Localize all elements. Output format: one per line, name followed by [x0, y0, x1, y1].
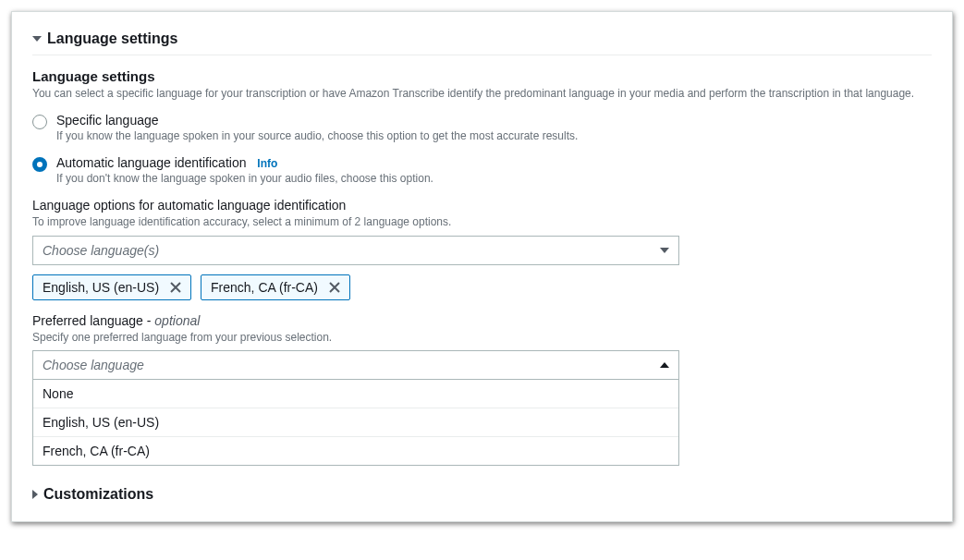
- token-label: French, CA (fr-CA): [211, 280, 318, 295]
- preferred-language-options-list: None English, US (en-US) French, CA (fr-…: [32, 380, 679, 466]
- caret-up-icon: [660, 362, 669, 368]
- selected-language-tokens: English, US (en-US) French, CA (fr-CA): [32, 274, 932, 300]
- language-settings-title: Language settings: [47, 30, 177, 47]
- radio-unselected-icon[interactable]: [32, 115, 47, 129]
- radio-automatic-label-row: Automatic language identification Info: [56, 155, 433, 170]
- preferred-label-optional: optional: [154, 313, 200, 328]
- language-description: You can select a specific language for y…: [32, 86, 932, 102]
- panel-body: Language settings Language settings You …: [12, 12, 952, 521]
- preferred-language-label: Preferred language - optional: [32, 313, 932, 328]
- language-options-select[interactable]: Choose language(s): [32, 236, 679, 265]
- language-options-desc: To improve language identification accur…: [32, 214, 932, 230]
- language-mode-radio-group: Specific language If you know the langua…: [32, 113, 932, 185]
- preferred-language-desc: Specify one preferred language from your…: [32, 330, 932, 346]
- settings-panel: Language settings Language settings You …: [11, 11, 953, 522]
- info-link[interactable]: Info: [257, 157, 277, 170]
- radio-specific-language[interactable]: Specific language If you know the langua…: [32, 113, 932, 142]
- preferred-option-none[interactable]: None: [33, 380, 678, 408]
- preferred-language-placeholder: Choose language: [43, 358, 144, 372]
- language-token-fr-ca[interactable]: French, CA (fr-CA): [201, 274, 350, 300]
- language-options-field: Language options for automatic language …: [32, 198, 932, 300]
- customizations-title: Customizations: [43, 486, 153, 503]
- preferred-label-prefix: Preferred language -: [32, 313, 154, 328]
- caret-down-icon: [32, 36, 42, 42]
- token-label: English, US (en-US): [43, 280, 159, 295]
- customizations-header[interactable]: Customizations: [32, 486, 932, 503]
- preferred-language-field: Preferred language - optional Specify on…: [32, 313, 932, 467]
- radio-specific-label: Specific language: [56, 113, 578, 128]
- preferred-option-en-us[interactable]: English, US (en-US): [33, 408, 678, 437]
- language-token-en-us[interactable]: English, US (en-US): [32, 274, 191, 300]
- radio-automatic-label: Automatic language identification: [56, 155, 246, 170]
- close-icon[interactable]: [168, 280, 183, 295]
- radio-automatic-language[interactable]: Automatic language identification Info I…: [32, 155, 932, 185]
- radio-automatic-content: Automatic language identification Info I…: [56, 155, 433, 185]
- language-settings-header[interactable]: Language settings: [32, 27, 932, 55]
- radio-specific-desc: If you know the language spoken in your …: [56, 129, 578, 142]
- caret-down-icon: [660, 248, 669, 253]
- radio-specific-content: Specific language If you know the langua…: [56, 113, 578, 142]
- radio-selected-icon[interactable]: [32, 157, 47, 172]
- language-options-label: Language options for automatic language …: [32, 198, 932, 213]
- language-subheading: Language settings: [32, 68, 932, 84]
- preferred-option-fr-ca[interactable]: French, CA (fr-CA): [33, 437, 678, 465]
- radio-automatic-desc: If you don't know the language spoken in…: [56, 172, 433, 185]
- caret-right-icon: [32, 490, 38, 499]
- language-settings-body: Language settings You can select a speci…: [32, 68, 932, 503]
- preferred-language-dropdown: Choose language None English, US (en-US)…: [32, 350, 679, 466]
- close-icon[interactable]: [327, 280, 342, 295]
- preferred-language-select[interactable]: Choose language: [32, 350, 679, 380]
- language-options-placeholder: Choose language(s): [43, 243, 159, 258]
